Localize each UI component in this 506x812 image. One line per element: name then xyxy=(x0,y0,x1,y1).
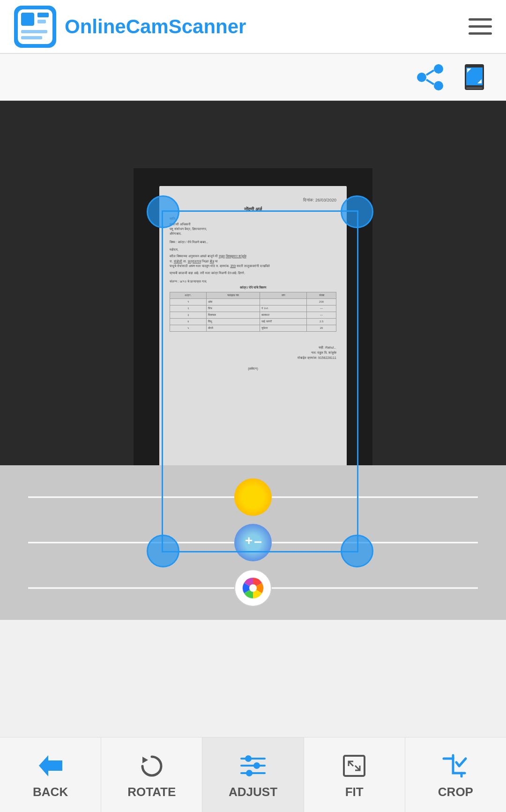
svg-line-11 xyxy=(426,80,434,84)
svg-point-37 xyxy=(246,770,253,776)
back-icon xyxy=(35,751,66,781)
fit-label: FIT xyxy=(345,785,364,799)
fit-icon xyxy=(339,751,370,781)
svg-point-8 xyxy=(417,73,426,82)
hamburger-line-1 xyxy=(469,18,492,21)
hamburger-line-3 xyxy=(469,32,492,35)
color-wheel-icon xyxy=(241,576,265,600)
color-slider-handle[interactable] xyxy=(234,569,272,607)
fullscreen-button[interactable] xyxy=(457,60,492,95)
share-button[interactable] xyxy=(412,60,447,95)
svg-rect-3 xyxy=(37,13,49,17)
hamburger-menu-button[interactable] xyxy=(469,18,492,35)
svg-rect-14 xyxy=(466,87,483,89)
adjust-button[interactable]: ADJUST xyxy=(202,738,304,812)
svg-rect-6 xyxy=(21,36,42,39)
rotate-label: ROTATE xyxy=(127,785,176,799)
svg-rect-5 xyxy=(21,30,47,33)
app-logo-icon xyxy=(14,6,56,48)
svg-marker-30 xyxy=(39,755,62,776)
svg-point-29 xyxy=(249,584,257,592)
svg-rect-38 xyxy=(344,756,365,776)
bottom-navigation: BACK ROTATE ADJUST xyxy=(0,737,506,812)
svg-rect-2 xyxy=(21,13,34,26)
crop-selection-overlay xyxy=(162,210,358,552)
fit-button[interactable]: FIT xyxy=(304,738,405,812)
svg-line-10 xyxy=(426,70,434,75)
adjust-icon xyxy=(238,751,268,781)
crop-handle-top-right[interactable] xyxy=(341,195,373,228)
crop-handle-top-left[interactable] xyxy=(147,195,179,228)
main-editing-area: दिनांक: 26/03/2020 नोंदणी अर्ज प्रति, प्… xyxy=(0,101,506,620)
document-container: दिनांक: 26/03/2020 नोंदणी अर्ज प्रति, प्… xyxy=(134,168,372,552)
rotate-icon xyxy=(136,751,167,781)
svg-point-9 xyxy=(434,81,443,90)
document-photo-background: दिनांक: 26/03/2020 नोंदणी अर्ज प्रति, प्… xyxy=(134,168,372,552)
svg-marker-31 xyxy=(142,757,148,763)
back-label: BACK xyxy=(33,785,68,799)
crop-label: CROP xyxy=(438,785,473,799)
svg-rect-4 xyxy=(37,20,46,23)
color-slider-row xyxy=(28,569,478,607)
adjust-label: ADJUST xyxy=(229,785,277,799)
svg-point-33 xyxy=(245,755,252,762)
back-button[interactable]: BACK xyxy=(0,738,101,812)
hamburger-line-2 xyxy=(469,25,492,28)
toolbar-strip xyxy=(0,54,506,101)
rotate-button[interactable]: ROTATE xyxy=(101,738,202,812)
app-header: OnlineCamScanner xyxy=(0,0,506,54)
fullscreen-icon xyxy=(459,62,490,92)
app-title: OnlineCamScanner xyxy=(65,15,246,38)
crop-handle-bottom-right[interactable] xyxy=(341,535,373,567)
logo-area: OnlineCamScanner xyxy=(14,6,246,48)
share-icon xyxy=(416,63,444,91)
svg-point-35 xyxy=(253,762,260,769)
svg-point-7 xyxy=(434,64,443,74)
crop-button[interactable]: CROP xyxy=(405,738,506,812)
crop-icon xyxy=(440,751,471,781)
crop-handle-bottom-left[interactable] xyxy=(147,535,179,567)
